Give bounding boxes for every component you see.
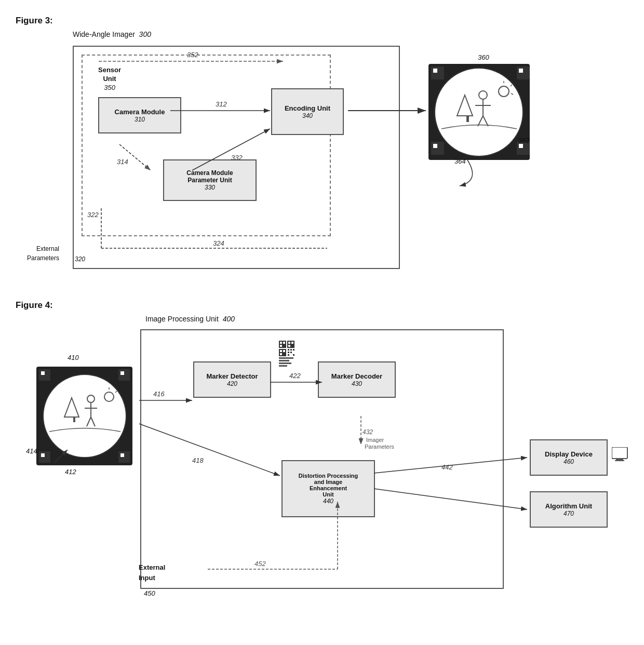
- fig4-outer-box: Marker Detector 420: [140, 329, 504, 589]
- fig4-distortion-num: 440: [323, 498, 333, 505]
- svg-rect-49: [290, 349, 292, 351]
- figure4-container: Figure 4: Image Processing Unit 400 Mark…: [16, 300, 628, 611]
- svg-rect-52: [290, 352, 292, 353]
- svg-rect-2: [431, 66, 444, 79]
- fig3-circle-area: 360: [426, 56, 535, 167]
- fig4-monitor-icon: [612, 447, 630, 465]
- svg-rect-68: [120, 453, 124, 457]
- fig4-algorithm-unit-box: Algorithm Unit 470: [530, 491, 608, 528]
- svg-rect-5: [519, 69, 523, 73]
- fig4-label-414: 414: [26, 447, 37, 455]
- fig3-camera-module-label: Camera Module: [115, 108, 165, 116]
- fig4-marker-dec-num: 430: [352, 380, 362, 387]
- decode-icon: [279, 357, 294, 368]
- svg-rect-3: [433, 69, 437, 73]
- fig3-encoding-unit-box: Encoding Unit 340: [271, 88, 344, 135]
- fig4-marker-decoder-box: Marker Decoder 430: [318, 361, 396, 398]
- fig4-marker-dec-label: Marker Decoder: [331, 372, 382, 380]
- fig3-sensor-unit-box: SensorUnit350 Camera Module 310 Camera M…: [82, 55, 331, 236]
- svg-rect-39: [280, 345, 282, 347]
- svg-rect-38: [283, 342, 285, 344]
- fig3-outer-box: SensorUnit350 Camera Module 310 Camera M…: [73, 46, 400, 269]
- fig4-img-num-410: 410: [68, 354, 79, 361]
- svg-rect-37: [280, 342, 282, 344]
- svg-rect-6: [431, 142, 444, 155]
- figure4-diagram: Image Processing Unit 400 Marker Detecto…: [16, 315, 628, 611]
- svg-rect-55: [279, 357, 293, 359]
- fig4-fisheye-svg: [36, 367, 132, 465]
- svg-rect-7: [433, 144, 437, 148]
- fig4-display-label: Display Device: [545, 450, 593, 458]
- fig4-ipu-title: Image Processing Unit 400: [145, 315, 235, 323]
- fig4-display-num: 460: [564, 458, 574, 465]
- fig4-ext-input-label: ExternalInput: [139, 562, 165, 583]
- figure3-diagram: Wide-Angle Imager 300 SensorUnit350 Came…: [16, 30, 618, 285]
- svg-rect-42: [291, 342, 293, 344]
- fig3-camera-module-num: 310: [135, 116, 145, 123]
- svg-point-1: [435, 68, 523, 156]
- svg-rect-64: [120, 371, 124, 375]
- svg-rect-70: [73, 417, 75, 422]
- fig4-ipu-num: 400: [223, 315, 235, 323]
- fig4-marker-detector-box: Marker Detector 420: [193, 361, 271, 398]
- svg-rect-45: [280, 350, 282, 352]
- fig3-imager-num: 300: [139, 30, 151, 38]
- fig4-ext-input-num: 450: [144, 589, 155, 597]
- svg-rect-53: [293, 354, 294, 356]
- svg-rect-11: [466, 116, 469, 122]
- fig3-param-label: Camera ModuleParameter Unit: [186, 169, 233, 184]
- fig4-label-412: 412: [65, 468, 76, 476]
- svg-rect-56: [279, 360, 289, 361]
- svg-rect-62: [41, 371, 45, 375]
- figure3-label: Figure 3:: [16, 16, 628, 26]
- fig4-distortion-label: Distortion Processingand ImageEnhancemen…: [299, 473, 358, 498]
- svg-point-60: [43, 374, 126, 458]
- fig3-encoding-num: 340: [302, 112, 313, 119]
- fig3-sensor-label: SensorUnit350: [98, 66, 121, 92]
- fig3-circle-svg: [426, 56, 535, 165]
- fig4-marker-det-num: 420: [227, 380, 237, 387]
- fig4-distortion-box: Distortion Processingand ImageEnhancemen…: [281, 460, 375, 517]
- svg-rect-4: [517, 66, 530, 79]
- fig3-encoding-label: Encoding Unit: [285, 104, 330, 112]
- svg-rect-9: [519, 144, 523, 148]
- svg-rect-79: [612, 447, 627, 459]
- fig3-param-num: 330: [205, 184, 215, 191]
- fig4-fisheye-area: 410: [36, 367, 132, 465]
- fig3-label-362: 362: [518, 137, 530, 144]
- fig4-algo-label: Algorithm Unit: [545, 502, 592, 510]
- svg-rect-43: [288, 345, 290, 347]
- svg-rect-46: [280, 353, 282, 355]
- fig3-ext-params-num: 320: [75, 256, 85, 263]
- fig3-camera-module-box: Camera Module 310: [98, 97, 181, 133]
- svg-rect-48: [288, 349, 289, 351]
- fig4-display-device-box: Display Device 460: [530, 439, 608, 476]
- svg-rect-41: [288, 342, 290, 344]
- qr-icon-top: [279, 341, 294, 356]
- svg-rect-66: [41, 453, 45, 457]
- fig3-imager-title: Wide-Angle Imager 300: [73, 30, 151, 38]
- fig3-camera-param-box: Camera ModuleParameter Unit 330: [163, 159, 257, 201]
- figure4-label: Figure 4:: [16, 300, 628, 311]
- figure3-container: Figure 3: Wide-Angle Imager 300 SensorUn…: [16, 16, 628, 285]
- fig3-label-364: 364: [454, 157, 466, 165]
- fig4-marker-icons: [279, 341, 294, 368]
- fig4-algo-num: 470: [564, 510, 574, 517]
- monitor-svg: [612, 447, 630, 463]
- svg-rect-58: [279, 365, 287, 367]
- svg-rect-51: [288, 352, 289, 353]
- fig3-circle-num: 360: [478, 53, 489, 61]
- svg-rect-47: [283, 350, 285, 352]
- svg-rect-50: [293, 349, 294, 351]
- svg-rect-54: [288, 354, 289, 356]
- fig3-ext-params-label: ExternalParameters: [27, 244, 59, 263]
- fig4-marker-det-label: Marker Detector: [207, 372, 258, 380]
- svg-rect-57: [279, 362, 291, 364]
